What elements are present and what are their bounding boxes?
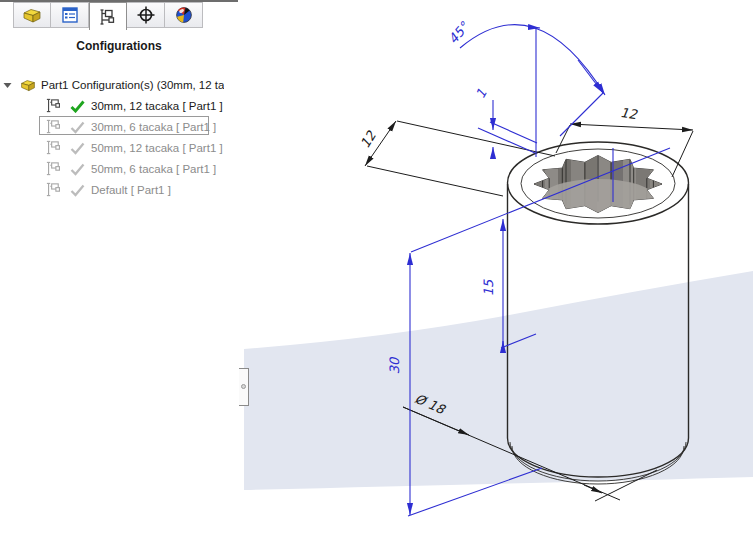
config-item-50mm-6[interactable]: 50mm, 6 tacaka [ Part1 ]	[0, 158, 281, 179]
configuration-flag-icon	[45, 140, 63, 155]
config-label: 30mm, 12 tacaka [ Part1 ]	[91, 100, 223, 112]
dim-value: 12	[357, 128, 379, 151]
tab-configurationmanager[interactable]	[89, 2, 127, 30]
panel-title: Configurations	[0, 39, 238, 53]
config-tree-root[interactable]: Part1 Configuration(s) (30mm, 12 ta	[0, 74, 236, 95]
inactive-check-icon	[69, 120, 86, 134]
solidworks-window: Configurations Part1 Configuration(s) (3…	[0, 0, 753, 553]
dim-value: 1	[473, 86, 490, 101]
part-icon	[22, 5, 42, 25]
config-label: Default [ Part1 ]	[91, 184, 171, 196]
dim-value: 30	[387, 356, 402, 374]
inactive-check-icon	[69, 141, 86, 155]
dim-value: 15	[481, 279, 496, 296]
splitter-grip-icon	[241, 384, 246, 389]
collapse-arrow-icon[interactable]	[3, 81, 13, 89]
manager-tab-strip	[13, 2, 203, 29]
dim-value: 45°	[445, 18, 472, 46]
inactive-check-icon	[69, 183, 86, 197]
model-view: 12 12 Ø 18 30	[244, 0, 753, 553]
config-item-50mm-12[interactable]: 50mm, 12 tacaka [ Part1 ]	[0, 137, 281, 158]
configuration-flag-icon	[45, 182, 63, 197]
configuration-flag-icon	[45, 98, 63, 113]
display-icon	[174, 5, 194, 25]
config-item-30mm-6[interactable]: 30mm, 6 tacaka [ Part1 ]	[0, 116, 281, 137]
config-item-30mm-12[interactable]: 30mm, 12 tacaka [ Part1 ]	[0, 95, 281, 116]
part-icon	[19, 77, 37, 93]
configuration-manager-panel: Configurations Part1 Configuration(s) (3…	[0, 0, 244, 553]
config-item-default[interactable]: Default [ Part1 ]	[0, 179, 281, 200]
tab-displaymanager[interactable]	[165, 2, 203, 28]
dimension-chamfer-1[interactable]: 1	[473, 86, 537, 157]
inactive-check-icon	[69, 162, 86, 176]
tab-featuremanager[interactable]	[13, 2, 51, 28]
config-label: 50mm, 12 tacaka [ Part1 ]	[91, 142, 223, 154]
root-label: Part1 Configuration(s) (30mm, 12 ta	[41, 79, 224, 91]
configuration-flag-icon	[45, 119, 63, 134]
config-label: 50mm, 6 tacaka [ Part1 ]	[91, 163, 216, 175]
graphics-viewport[interactable]: 12 12 Ø 18 30	[244, 0, 753, 553]
target-icon	[136, 5, 156, 25]
configuration-flag-icon	[45, 161, 63, 176]
tab-propertymanager[interactable]	[51, 2, 89, 28]
active-check-icon	[69, 99, 86, 113]
config-label: 30mm, 6 tacaka [ Part1 ]	[91, 121, 216, 133]
dim-value: 12	[619, 105, 638, 122]
tab-dimxpertmanager[interactable]	[127, 2, 165, 28]
config-icon	[98, 7, 118, 27]
property-icon	[60, 5, 80, 25]
panel-splitter-handle[interactable]	[239, 368, 249, 406]
